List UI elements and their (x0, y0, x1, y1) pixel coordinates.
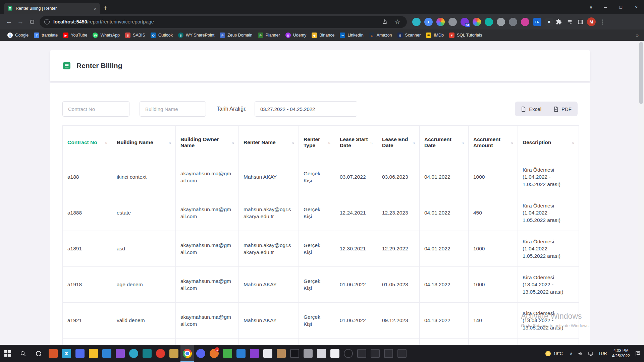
vscode-app-icon[interactable] (234, 345, 248, 362)
light-window-app-icon[interactable] (315, 345, 328, 362)
edge-browser-icon[interactable] (127, 345, 140, 362)
teal-app-icon[interactable] (140, 345, 154, 362)
bookmark-item[interactable]: ▼SQL Tutorials (446, 32, 485, 39)
guitar-app-icon[interactable] (274, 345, 288, 362)
camera-extension-icon[interactable] (509, 18, 517, 26)
discord-app-icon[interactable] (194, 345, 207, 362)
bookmark-item[interactable]: SWY SharePoint (175, 32, 217, 39)
gray-window-app-icon[interactable] (301, 345, 315, 362)
opera-browser-icon[interactable] (154, 345, 167, 362)
column-header[interactable]: Renter Type↑↓ (299, 126, 335, 159)
back-icon[interactable]: ← (3, 16, 15, 27)
column-header[interactable]: Renter Name↑↓ (239, 126, 299, 159)
tab-close-icon[interactable]: × (94, 6, 97, 11)
chrome-browser-icon[interactable] (180, 345, 194, 362)
language-indicator[interactable]: TUR (598, 351, 607, 356)
weather-widget[interactable]: 19°C (543, 351, 565, 356)
bookmark-item[interactable]: SScanner (395, 32, 424, 39)
tray-chevron-icon[interactable]: ∧ (570, 351, 573, 356)
screen-app-icon-2[interactable] (368, 345, 382, 362)
bookmark-item[interactable]: WWhatsApp (90, 32, 122, 39)
gray-extension-icon[interactable] (448, 18, 457, 26)
fl-extension-icon[interactable]: FL (533, 18, 541, 26)
volume-icon[interactable] (578, 351, 583, 356)
calculator-app-icon[interactable] (73, 345, 87, 362)
grid-app-icon[interactable] (46, 345, 60, 362)
pdf-export-button[interactable]: PDF (547, 102, 578, 116)
bookmark-star-icon[interactable]: ☆ (392, 16, 403, 27)
bookmark-item[interactable]: GGoogle (5, 32, 31, 39)
new-tab-button[interactable]: + (100, 3, 111, 13)
bookmark-item[interactable]: IMIMDb (423, 32, 446, 39)
screen-app-icon-4[interactable] (395, 345, 409, 362)
excel-export-button[interactable]: Excel (515, 102, 547, 116)
side-panel-icon[interactable] (575, 16, 586, 27)
maximize-button[interactable]: □ (613, 0, 629, 14)
bookmark-item[interactable]: Ttranslate (31, 32, 60, 39)
contract-no-input[interactable] (62, 101, 129, 117)
address-bar[interactable]: i localhost:5450/report/renterinvoicerep… (40, 16, 407, 28)
ball-app-icon[interactable] (341, 345, 355, 362)
site-info-icon[interactable]: i (44, 19, 50, 24)
bookmark-item[interactable]: ▶YouTube (60, 32, 90, 39)
forward-icon[interactable]: → (15, 16, 26, 27)
prism-app-icon[interactable] (328, 345, 341, 362)
building-name-input[interactable] (140, 101, 206, 117)
action-center-icon[interactable] (635, 351, 641, 356)
menu-kebab-icon[interactable]: ⋮ (597, 16, 608, 27)
terminal-app-icon[interactable] (288, 345, 301, 362)
file-explorer-icon[interactable] (87, 345, 100, 362)
cloud-extension-icon[interactable] (412, 18, 421, 26)
green-app-icon[interactable] (221, 345, 234, 362)
network-icon[interactable] (588, 351, 593, 356)
bookmark-item[interactable]: OOutlook (148, 32, 175, 39)
video-downloader-extension-icon[interactable]: 34 (461, 18, 469, 26)
bookmark-item[interactable]: ◆Binance (309, 32, 337, 39)
flask-app-icon[interactable] (113, 345, 127, 362)
reading-list-icon[interactable] (564, 16, 575, 27)
browser-tab[interactable]: Renter Billing | Renter × (4, 3, 100, 14)
reload-icon[interactable] (26, 16, 38, 27)
colorwheel-extension-icon[interactable] (473, 18, 481, 26)
bookmark-item[interactable]: SSABİS (122, 32, 148, 39)
mail-app-icon[interactable]: ✉ (60, 345, 73, 362)
minimize-button[interactable]: ─ (598, 0, 613, 14)
toad-app-icon[interactable]: 1 (207, 345, 221, 362)
shield-extension-icon[interactable] (497, 18, 505, 26)
column-header[interactable]: Description↑↓ (518, 126, 579, 159)
column-header[interactable]: Accrument Amount↑↓ (469, 126, 518, 159)
bookmark-item[interactable]: PZeus Domain (217, 32, 255, 39)
visual-studio-app-icon[interactable] (248, 345, 261, 362)
column-header[interactable]: Lease Start Date↑↓ (335, 126, 377, 159)
teal-extension-icon[interactable] (485, 18, 493, 26)
tab-search-chevron-icon[interactable]: ∨ (584, 5, 598, 10)
column-header[interactable]: Accrument Date↑↓ (420, 126, 469, 159)
bookmarks-overflow-icon[interactable]: » (636, 32, 639, 38)
bookmark-item[interactable]: PPlanner (255, 32, 283, 39)
bookmark-item[interactable]: UUdemy (283, 32, 309, 39)
share-icon[interactable] (379, 16, 390, 27)
close-button[interactable]: × (629, 0, 644, 14)
column-header[interactable]: Building Owner Name↑↓ (176, 126, 239, 159)
translate-extension-icon[interactable]: T (424, 18, 433, 26)
lightning-extension-icon[interactable] (521, 18, 529, 26)
bookmark-item[interactable]: aAmazon (366, 32, 395, 39)
taskbar-search-icon[interactable] (15, 345, 31, 362)
column-header[interactable]: Lease End Date↑↓ (377, 126, 420, 159)
amber-app-icon[interactable] (167, 345, 180, 362)
light-app-icon[interactable] (261, 345, 274, 362)
screen-app-icon-1[interactable] (355, 345, 368, 362)
column-header[interactable]: Contract No↑↓ (63, 126, 112, 159)
page-scrollbar[interactable] (638, 41, 644, 345)
screen-app-icon-3[interactable] (382, 345, 395, 362)
scrollbar-thumb[interactable] (639, 42, 643, 104)
extensions-puzzle-icon[interactable] (553, 16, 564, 27)
date-range-input[interactable] (255, 101, 357, 117)
column-header[interactable]: Building Name↑↓ (112, 126, 176, 159)
taskbar-clock[interactable]: 4:03 PM 4/25/2022 (612, 348, 630, 359)
b-extension-icon[interactable]: B (545, 18, 553, 26)
pinwheel-extension-icon[interactable] (436, 18, 445, 26)
bookmark-item[interactable]: inLinkedIn (337, 32, 366, 39)
start-button[interactable] (0, 345, 15, 362)
messaging-app-icon[interactable] (100, 345, 113, 362)
